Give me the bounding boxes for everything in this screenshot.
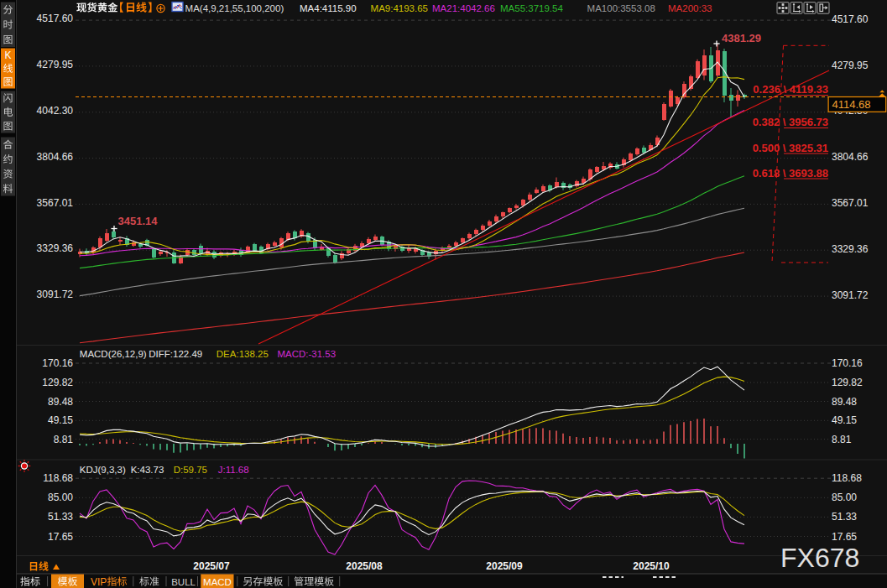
svg-text:0.382 \ 3956.73: 0.382 \ 3956.73 xyxy=(753,116,828,128)
svg-text:3329.36: 3329.36 xyxy=(37,242,74,254)
svg-text:51.33: 51.33 xyxy=(832,511,857,523)
svg-text:MA(4,9,21,55,100,200): MA(4,9,21,55,100,200) xyxy=(185,3,284,13)
svg-text:3451.14: 3451.14 xyxy=(118,215,159,227)
svg-text:118.68: 118.68 xyxy=(43,472,73,484)
svg-text:4517.60: 4517.60 xyxy=(37,13,74,24)
svg-text:MACD: MACD xyxy=(203,577,232,587)
svg-text:0.236 \ 4119.33: 0.236 \ 4119.33 xyxy=(753,83,828,96)
svg-text:85.00: 85.00 xyxy=(832,492,857,503)
svg-text:170.16: 170.16 xyxy=(832,357,863,369)
svg-text:4042.30: 4042.30 xyxy=(37,105,74,117)
svg-text:KDJ(9,3,3): KDJ(9,3,3) xyxy=(80,465,126,475)
svg-text:49.15: 49.15 xyxy=(48,414,73,426)
svg-text:MA200:33: MA200:33 xyxy=(668,3,712,13)
svg-text:3804.66: 3804.66 xyxy=(832,151,869,163)
svg-text:8.81: 8.81 xyxy=(832,434,852,445)
svg-text:FX678: FX678 xyxy=(780,543,859,573)
svg-text:51.33: 51.33 xyxy=(48,511,73,523)
svg-text:4114.68: 4114.68 xyxy=(832,98,871,111)
svg-text:DEA:138.25: DEA:138.25 xyxy=(217,349,269,359)
svg-text:49.15: 49.15 xyxy=(832,414,857,426)
svg-text:118.68: 118.68 xyxy=(832,472,862,484)
svg-text:D:59.75: D:59.75 xyxy=(174,465,207,475)
svg-text:3091.72: 3091.72 xyxy=(832,289,869,301)
svg-text:3804.66: 3804.66 xyxy=(37,151,74,163)
svg-text:2025/10: 2025/10 xyxy=(633,560,670,572)
svg-text:MA9:4193.65: MA9:4193.65 xyxy=(371,3,428,13)
svg-text:89.48: 89.48 xyxy=(832,396,857,408)
svg-text:2025/09: 2025/09 xyxy=(486,560,523,572)
svg-text:89.48: 89.48 xyxy=(48,396,73,408)
svg-text:129.82: 129.82 xyxy=(832,377,863,388)
svg-text:MA21:4042.66: MA21:4042.66 xyxy=(432,3,495,13)
svg-text:K:43.73: K:43.73 xyxy=(131,465,164,475)
svg-text:129.82: 129.82 xyxy=(42,377,73,388)
svg-text:2025/08: 2025/08 xyxy=(346,560,383,572)
svg-text:MA55:3719.54: MA55:3719.54 xyxy=(500,3,563,13)
svg-text:K: K xyxy=(4,49,11,61)
svg-text:4517.60: 4517.60 xyxy=(832,13,869,25)
svg-text:4279.95: 4279.95 xyxy=(832,60,869,71)
svg-text:2025/07: 2025/07 xyxy=(193,560,230,572)
svg-text:J:11.68: J:11.68 xyxy=(218,465,249,475)
svg-text:17.65: 17.65 xyxy=(48,531,73,543)
svg-text:3091.72: 3091.72 xyxy=(37,289,74,300)
svg-text:MACD(26,12,9): MACD(26,12,9) xyxy=(80,349,147,359)
svg-text:0.500 \ 3825.31: 0.500 \ 3825.31 xyxy=(753,142,828,154)
svg-text:BULL: BULL xyxy=(171,577,196,587)
svg-text:MACD:-31.53: MACD:-31.53 xyxy=(277,349,336,359)
svg-text:0.618 \ 3693.88: 0.618 \ 3693.88 xyxy=(753,167,828,180)
svg-text:8.81: 8.81 xyxy=(54,434,74,445)
svg-text:3567.01: 3567.01 xyxy=(832,197,869,209)
svg-text:17.65: 17.65 xyxy=(832,531,857,543)
svg-text:3567.01: 3567.01 xyxy=(37,197,74,209)
svg-text:85.00: 85.00 xyxy=(48,492,73,503)
svg-text:4279.95: 4279.95 xyxy=(37,59,74,70)
svg-text:4381.29: 4381.29 xyxy=(722,32,761,44)
svg-text:DIFF:122.49: DIFF:122.49 xyxy=(149,349,202,359)
svg-text:MA4:4115.90: MA4:4115.90 xyxy=(300,3,357,13)
svg-text:3329.36: 3329.36 xyxy=(832,243,869,255)
svg-text:170.16: 170.16 xyxy=(42,357,73,369)
svg-text:VIP: VIP xyxy=(91,576,107,588)
svg-text:MA100:3553.08: MA100:3553.08 xyxy=(587,3,655,13)
